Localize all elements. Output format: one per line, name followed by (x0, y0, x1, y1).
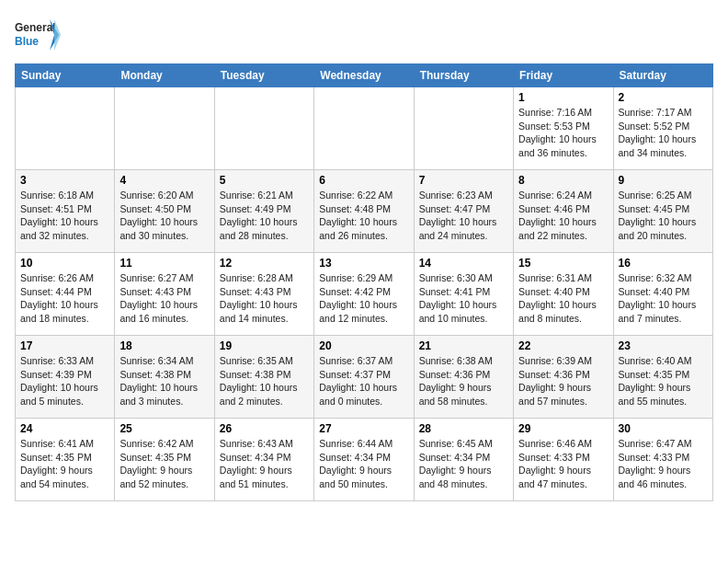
calendar-cell: 23Sunrise: 6:40 AM Sunset: 4:35 PM Dayli… (613, 336, 712, 419)
calendar-cell (414, 87, 513, 170)
day-info: Sunrise: 7:16 AM Sunset: 5:53 PM Dayligh… (518, 106, 608, 160)
calendar-cell: 19Sunrise: 6:35 AM Sunset: 4:38 PM Dayli… (214, 336, 313, 419)
day-info: Sunrise: 6:27 AM Sunset: 4:43 PM Dayligh… (119, 271, 209, 326)
calendar-cell: 12Sunrise: 6:28 AM Sunset: 4:43 PM Dayli… (214, 253, 313, 336)
day-number: 24 (20, 422, 109, 435)
logo-icon: GeneralBlue (15, 15, 61, 56)
day-info: Sunrise: 6:28 AM Sunset: 4:43 PM Dayligh… (220, 271, 309, 326)
day-info: Sunrise: 6:18 AM Sunset: 4:51 PM Dayligh… (20, 189, 109, 243)
day-info: Sunrise: 6:43 AM Sunset: 4:34 PM Dayligh… (220, 437, 309, 491)
day-info: Sunrise: 6:26 AM Sunset: 4:44 PM Dayligh… (20, 271, 109, 326)
week-row-1: 3Sunrise: 6:18 AM Sunset: 4:51 PM Daylig… (16, 170, 713, 253)
day-info: Sunrise: 6:45 AM Sunset: 4:34 PM Dayligh… (419, 437, 508, 491)
calendar-cell (16, 87, 115, 170)
calendar-cell: 9Sunrise: 6:25 AM Sunset: 4:45 PM Daylig… (613, 170, 712, 253)
calendar-cell: 13Sunrise: 6:29 AM Sunset: 4:42 PM Dayli… (314, 253, 414, 336)
day-info: Sunrise: 6:39 AM Sunset: 4:36 PM Dayligh… (518, 354, 608, 408)
header: GeneralBlue (15, 15, 713, 56)
calendar-cell (214, 87, 313, 170)
calendar-cell: 21Sunrise: 6:38 AM Sunset: 4:36 PM Dayli… (414, 336, 513, 419)
day-number: 12 (220, 257, 309, 270)
day-info: Sunrise: 6:40 AM Sunset: 4:35 PM Dayligh… (619, 354, 708, 408)
day-number: 28 (419, 422, 508, 435)
day-number: 13 (319, 257, 408, 270)
day-info: Sunrise: 6:35 AM Sunset: 4:38 PM Dayligh… (220, 354, 309, 408)
calendar-cell: 3Sunrise: 6:18 AM Sunset: 4:51 PM Daylig… (16, 170, 115, 253)
day-number: 22 (518, 339, 608, 352)
weekday-header-saturday: Saturday (613, 64, 712, 87)
calendar-cell (115, 87, 214, 170)
calendar-cell: 2Sunrise: 7:17 AM Sunset: 5:52 PM Daylig… (613, 87, 712, 170)
svg-marker-3 (54, 19, 61, 51)
svg-text:Blue: Blue (15, 35, 39, 48)
day-number: 21 (419, 339, 508, 352)
day-number: 6 (319, 174, 408, 187)
week-row-0: 1Sunrise: 7:16 AM Sunset: 5:53 PM Daylig… (16, 87, 713, 170)
day-number: 2 (619, 91, 708, 104)
weekday-header-monday: Monday (115, 64, 214, 87)
svg-text:General: General (15, 21, 56, 34)
week-row-4: 24Sunrise: 6:41 AM Sunset: 4:35 PM Dayli… (16, 419, 713, 501)
calendar-cell: 26Sunrise: 6:43 AM Sunset: 4:34 PM Dayli… (214, 419, 313, 501)
calendar-cell: 17Sunrise: 6:33 AM Sunset: 4:39 PM Dayli… (16, 336, 115, 419)
day-number: 4 (119, 174, 209, 187)
day-info: Sunrise: 6:24 AM Sunset: 4:46 PM Dayligh… (518, 189, 608, 243)
calendar-cell: 5Sunrise: 6:21 AM Sunset: 4:49 PM Daylig… (214, 170, 313, 253)
calendar-cell: 28Sunrise: 6:45 AM Sunset: 4:34 PM Dayli… (414, 419, 513, 501)
day-number: 14 (419, 257, 508, 270)
weekday-header-wednesday: Wednesday (314, 64, 414, 87)
day-info: Sunrise: 6:20 AM Sunset: 4:50 PM Dayligh… (119, 189, 209, 243)
day-info: Sunrise: 6:42 AM Sunset: 4:35 PM Dayligh… (119, 437, 209, 491)
day-number: 9 (619, 174, 708, 187)
calendar-cell: 8Sunrise: 6:24 AM Sunset: 4:46 PM Daylig… (514, 170, 613, 253)
day-number: 3 (20, 174, 109, 187)
day-number: 25 (119, 422, 209, 435)
day-info: Sunrise: 6:25 AM Sunset: 4:45 PM Dayligh… (619, 189, 708, 243)
day-info: Sunrise: 6:30 AM Sunset: 4:41 PM Dayligh… (419, 271, 508, 326)
day-number: 20 (319, 339, 408, 352)
calendar-cell: 1Sunrise: 7:16 AM Sunset: 5:53 PM Daylig… (514, 87, 613, 170)
day-number: 29 (518, 422, 608, 435)
calendar-cell (314, 87, 414, 170)
weekday-header-row: SundayMondayTuesdayWednesdayThursdayFrid… (16, 64, 713, 87)
day-info: Sunrise: 6:44 AM Sunset: 4:34 PM Dayligh… (319, 437, 408, 491)
day-number: 11 (119, 257, 209, 270)
day-number: 5 (220, 174, 309, 187)
weekday-header-friday: Friday (514, 64, 613, 87)
day-number: 17 (20, 339, 109, 352)
calendar-cell: 30Sunrise: 6:47 AM Sunset: 4:33 PM Dayli… (613, 419, 712, 501)
day-info: Sunrise: 6:38 AM Sunset: 4:36 PM Dayligh… (419, 354, 508, 408)
day-info: Sunrise: 6:29 AM Sunset: 4:42 PM Dayligh… (319, 271, 408, 326)
day-info: Sunrise: 6:37 AM Sunset: 4:37 PM Dayligh… (319, 354, 408, 408)
calendar-cell: 6Sunrise: 6:22 AM Sunset: 4:48 PM Daylig… (314, 170, 414, 253)
logo: GeneralBlue (15, 15, 61, 56)
day-number: 8 (518, 174, 608, 187)
calendar-cell: 11Sunrise: 6:27 AM Sunset: 4:43 PM Dayli… (115, 253, 214, 336)
calendar-cell: 24Sunrise: 6:41 AM Sunset: 4:35 PM Dayli… (16, 419, 115, 501)
calendar-cell: 14Sunrise: 6:30 AM Sunset: 4:41 PM Dayli… (414, 253, 513, 336)
day-info: Sunrise: 6:32 AM Sunset: 4:40 PM Dayligh… (619, 271, 708, 326)
day-number: 1 (518, 91, 608, 104)
calendar-cell: 22Sunrise: 6:39 AM Sunset: 4:36 PM Dayli… (514, 336, 613, 419)
day-info: Sunrise: 6:31 AM Sunset: 4:40 PM Dayligh… (518, 271, 608, 326)
day-number: 16 (619, 257, 708, 270)
day-number: 18 (119, 339, 209, 352)
calendar-cell: 4Sunrise: 6:20 AM Sunset: 4:50 PM Daylig… (115, 170, 214, 253)
day-info: Sunrise: 6:46 AM Sunset: 4:33 PM Dayligh… (518, 437, 608, 491)
calendar-cell: 20Sunrise: 6:37 AM Sunset: 4:37 PM Dayli… (314, 336, 414, 419)
day-info: Sunrise: 6:33 AM Sunset: 4:39 PM Dayligh… (20, 354, 109, 408)
calendar-cell: 15Sunrise: 6:31 AM Sunset: 4:40 PM Dayli… (514, 253, 613, 336)
calendar-cell: 27Sunrise: 6:44 AM Sunset: 4:34 PM Dayli… (314, 419, 414, 501)
day-info: Sunrise: 6:47 AM Sunset: 4:33 PM Dayligh… (619, 437, 708, 491)
calendar-cell: 7Sunrise: 6:23 AM Sunset: 4:47 PM Daylig… (414, 170, 513, 253)
day-number: 19 (220, 339, 309, 352)
day-info: Sunrise: 6:34 AM Sunset: 4:38 PM Dayligh… (119, 354, 209, 408)
day-number: 30 (619, 422, 708, 435)
week-row-2: 10Sunrise: 6:26 AM Sunset: 4:44 PM Dayli… (16, 253, 713, 336)
week-row-3: 17Sunrise: 6:33 AM Sunset: 4:39 PM Dayli… (16, 336, 713, 419)
calendar-cell: 18Sunrise: 6:34 AM Sunset: 4:38 PM Dayli… (115, 336, 214, 419)
calendar-cell: 16Sunrise: 6:32 AM Sunset: 4:40 PM Dayli… (613, 253, 712, 336)
day-number: 26 (220, 422, 309, 435)
day-info: Sunrise: 6:22 AM Sunset: 4:48 PM Dayligh… (319, 189, 408, 243)
day-number: 7 (419, 174, 508, 187)
